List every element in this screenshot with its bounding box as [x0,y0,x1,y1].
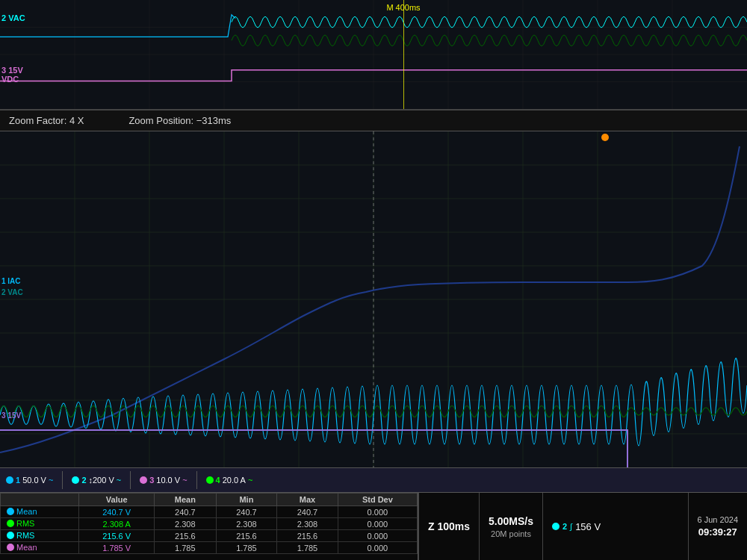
col-header-value: Value [79,494,155,506]
ch2-info-value: 156 V [575,521,601,532]
date-display: 6 Jun 2024 [698,515,738,524]
stats-row-label-3: Mean [1,542,79,554]
stats-panel: Value Mean Min Max Std Dev Mean 240.7 V2… [0,493,418,560]
ch3-number: 3 [149,476,154,485]
ch3-dot [140,476,147,484]
time-div-block: Z 100ms [418,493,479,560]
stats-row-3: Mean 1.785 V1.7851.7851.7850.000 [1,542,418,554]
stats-row-mean-2: 215.6 [154,530,216,542]
stats-row-max-0: 240.7 [277,506,338,518]
time-div-value: Z 100ms [428,520,470,532]
ch3-value: 10.0 V [156,476,180,485]
col-header-mean: Mean [154,494,216,506]
ch1-dot [6,476,13,484]
overview-marker-line [403,0,404,109]
controls-bar: 1 50.0 V ~ 2 ↕200 V ~ 3 10.0 V ~ 4 20.0 … [0,467,747,493]
stats-table: Value Mean Min Max Std Dev Mean 240.7 V2… [0,493,418,554]
main-panel: 1 IAC 2 VAC 3 15V 1 VDC [0,131,747,467]
stats-row-std-3: 0.000 [338,542,417,554]
stats-row-value-3: 1.785 V [79,542,155,554]
right-stats: Z 100ms 5.00MS/s 20M points 2 ∫ 156 V 6 … [418,493,747,560]
stats-row-0: Mean 240.7 V240.7240.7240.70.000 [1,506,418,518]
overview-ch3-label: 3 15V [1,66,23,75]
zoom-bar: Zoom Factor: 4 X Zoom Position: −313ms [0,111,747,131]
ch1-number: 1 [16,476,20,485]
ch2-info-block: 2 ∫ 156 V [542,493,610,560]
svg-point-33 [601,134,609,141]
stats-row-max-2: 215.6 [277,530,338,542]
ch2-value: ↕200 V [89,476,114,485]
ch4-control[interactable]: 4 20.0 A ~ [206,476,253,485]
stats-row-std-2: 0.000 [338,530,417,542]
stats-row-mean-1: 2.308 [154,518,216,530]
sample-rate-value: 5.00MS/s [489,515,533,527]
col-header-std: Std Dev [338,494,417,506]
sample-rate-block: 5.00MS/s 20M points [479,493,542,560]
stats-row-value-1: 2.308 A [79,518,155,530]
datetime-block: 6 Jun 2024 09:39:27 [688,493,747,560]
overview-ch3b-label: VDC [1,75,19,84]
stats-row-label-0: Mean [1,506,79,518]
stats-tbody: Mean 240.7 V240.7240.7240.70.000 RMS 2.3… [1,506,418,554]
stats-row-label-1: RMS [1,518,79,530]
stats-row-std-1: 0.000 [338,518,417,530]
col-header-label [1,494,79,506]
ch3-control[interactable]: 3 10.0 V ~ [140,476,187,485]
stats-row-min-1: 2.308 [216,518,277,530]
ch4-value: 20.0 A [223,476,246,485]
stats-row-label-2: RMS [1,530,79,542]
stats-row-1: RMS 2.308 A2.3082.3082.3080.000 [1,518,418,530]
stats-row-max-3: 1.785 [277,542,338,554]
stats-row-value-2: 215.6 V [79,530,155,542]
stats-row-value-0: 240.7 V [79,506,155,518]
col-header-max: Max [277,494,338,506]
zoom-position: Zoom Position: −313ms [128,115,231,126]
main-grid [0,131,747,467]
sample-rate-sub: 20M points [491,529,531,538]
ch4-dot [206,476,214,484]
ch2-number: 2 [81,476,86,485]
stats-row-min-3: 1.785 [216,542,277,554]
stats-row-std-0: 0.000 [338,506,417,518]
ch2-icon: ~ [117,476,121,485]
stats-row-min-2: 215.6 [216,530,277,542]
ch2-control[interactable]: 2 ↕200 V ~ [72,476,121,485]
overview-panel: M 400ms [0,0,747,111]
sep2 [130,471,131,489]
col-header-min: Min [216,494,277,506]
ch1-control[interactable]: 1 50.0 V ~ [6,476,53,485]
time-display: 09:39:27 [698,526,737,538]
ch2-info-icon: ∫ [570,522,572,531]
ch3-icon: ~ [182,476,187,485]
stats-row-mean-0: 240.7 [154,506,216,518]
main-ch1-label: 1 IAC [1,277,21,285]
ch2-info-dot [552,523,560,530]
ch4-number: 4 [216,476,220,485]
main-ch3-label: 3 15V [1,411,21,420]
overview-grid [0,0,747,109]
sep1 [62,471,63,489]
stats-row-mean-3: 1.785 [154,542,216,554]
ch4-icon: ~ [248,476,252,485]
ch2-dot [72,476,79,484]
ch2-info-ch: 2 [562,522,567,531]
zoom-factor: Zoom Factor: 4 X [9,115,84,126]
stats-row-max-1: 2.308 [277,518,338,530]
stats-row-2: RMS 215.6 V215.6215.6215.60.000 [1,530,418,542]
ch1-icon: ~ [49,476,53,485]
sep3 [196,471,197,489]
ch1-value: 50.0 V [22,476,46,485]
stats-row-min-0: 240.7 [216,506,277,518]
overview-ch2-label: 2 VAC [1,13,25,22]
main-ch2-label: 2 VAC [1,288,23,296]
